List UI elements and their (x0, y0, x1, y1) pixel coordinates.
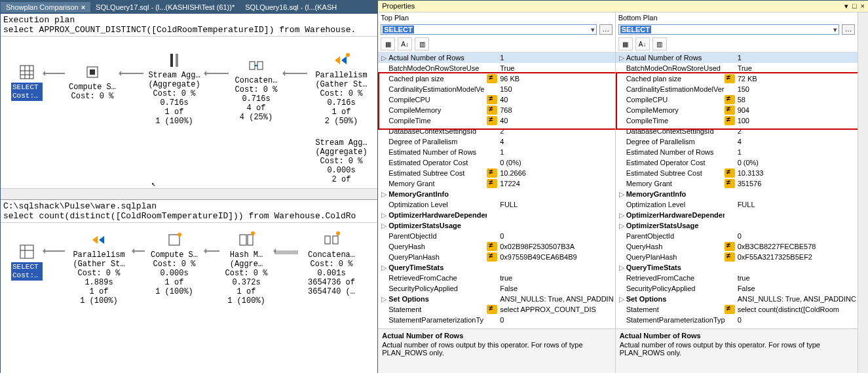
pin-icon[interactable]: □ (852, 2, 857, 10)
diff-icon (487, 95, 497, 104)
property-row[interactable]: CompileCPU40 (378, 94, 614, 105)
property-row[interactable]: CompileTime100 (616, 115, 858, 126)
property-row[interactable]: Memory Grant351576 (616, 178, 858, 189)
property-row[interactable]: ▷Actual Number of Rows1 (378, 52, 614, 63)
dropdown-icon[interactable]: ▾ (844, 2, 848, 10)
property-row[interactable]: ▷Set OptionsANSI_NULLS: True, ANSI_PADDI… (616, 294, 858, 304)
node-hash-match[interactable]: Hash M…(Aggre…Cost: 0 %0.372s1 of1 (100%… (220, 231, 273, 305)
property-row[interactable]: Statementselect APPROX_COUNT_DIS (378, 304, 614, 315)
property-row[interactable]: Estimated Number of Rows1 (378, 147, 614, 157)
property-row[interactable]: ▷QueryTimeStats (616, 262, 858, 273)
expand-icon[interactable]: ▷ (379, 264, 388, 272)
property-row[interactable]: CompileTime40 (378, 115, 614, 126)
property-row[interactable]: QueryHash0xB3CB8227FECBE578 (616, 241, 858, 252)
vertical-scrollbar[interactable] (858, 12, 868, 373)
property-row[interactable]: Cached plan size72 KB (616, 73, 858, 84)
close-icon[interactable]: × (81, 3, 85, 11)
property-row[interactable]: ParentObjectId0 (616, 231, 858, 241)
property-row[interactable]: ▷QueryTimeStats (378, 262, 614, 273)
property-row[interactable]: ▷Set OptionsANSI_NULLS: True, ANSI_PADDI… (378, 294, 614, 304)
node-stream-aggregate[interactable]: Stream Agg…(Aggregate)Cost: 0 %0.716s1 o… (145, 51, 204, 126)
node-select[interactable]: SELECTCost:… (11, 243, 43, 281)
property-row[interactable]: Optimization LevelFULL (378, 199, 614, 210)
property-value: 100 (738, 117, 856, 125)
property-row[interactable]: CompileMemory768 (378, 105, 614, 115)
property-row[interactable]: BatchModeOnRowStoreUseTrue (378, 63, 614, 73)
property-row[interactable]: ▷OptimizerHardwareDependent (378, 210, 614, 220)
property-row[interactable]: DatabaseContextSettingsId2 (378, 126, 614, 136)
top-plan-canvas[interactable]: SELECTCost:… Compute S…Cost: 0 % Stream … (1, 37, 377, 188)
property-row[interactable]: RetrievedFromCachetrue (378, 273, 614, 283)
properties-button[interactable]: ▥ (652, 37, 667, 50)
expand-icon[interactable]: ▷ (617, 222, 626, 230)
node-concatenation[interactable]: Concaten…Cost: 0 %0.716s4 of4 (25%) (230, 56, 282, 122)
property-row[interactable]: CompileCPU58 (616, 94, 858, 105)
expand-icon[interactable]: ▷ (379, 295, 388, 304)
ellipsis-button[interactable]: … (842, 24, 855, 35)
operator-select[interactable]: SELECT (618, 24, 839, 35)
node-parallelism[interactable]: Parallelism(Gather St…Cost: 0 %1.889s1 o… (66, 231, 132, 305)
property-row[interactable]: CompileMemory904 (616, 105, 858, 115)
bottom-plan-canvas[interactable]: SELECTCost:… Parallelism(Gather St…Cost:… (1, 223, 377, 374)
ellipsis-button[interactable]: … (599, 24, 613, 35)
property-row[interactable]: RetrievedFromCachetrue (616, 273, 858, 283)
property-row[interactable]: CardinalityEstimationModelVe150 (378, 84, 614, 94)
property-row[interactable]: Degree of Parallelism4 (378, 136, 614, 147)
property-row[interactable]: BatchModeOnRowStoreUsedTrue (616, 63, 858, 73)
horizontal-scrollbar[interactable] (1, 188, 377, 199)
property-row[interactable]: Cached plan size96 KB (378, 73, 614, 84)
node-compute-scalar[interactable]: Compute S…Cost: 0 % (66, 63, 119, 101)
property-row[interactable]: StatementParameterizationTy0 (378, 315, 614, 325)
expand-icon[interactable]: ▷ (617, 295, 626, 304)
tab-query17[interactable]: SQLQuery17.sql - (l...(KASHISH\Test (61)… (90, 2, 240, 12)
property-row[interactable]: Memory Grant17224 (378, 178, 614, 189)
alphabetical-button[interactable]: A↓ (398, 37, 412, 50)
categorized-button[interactable]: ▦ (618, 37, 633, 50)
property-row[interactable]: Degree of Parallelism4 (616, 136, 858, 147)
property-row[interactable]: Statementselect count(distinct([ColdRoom (616, 304, 858, 315)
categorized-button[interactable]: ▦ (381, 37, 395, 50)
property-row[interactable]: StatementParameterizationTyp0 (616, 315, 858, 325)
tab-showplan[interactable]: Showplan Comparison × (1, 2, 90, 12)
close-icon[interactable]: × (861, 2, 865, 10)
expand-icon[interactable]: ▷ (617, 54, 626, 62)
property-row[interactable]: QueryPlanHash0xF55A3217325B5EF2 (616, 252, 858, 262)
property-row[interactable]: ▷MemoryGrantInfo (616, 189, 858, 199)
property-row[interactable]: ▷Actual Number of Rows1 (616, 52, 858, 63)
property-row[interactable]: CardinalityEstimationModelVers150 (616, 84, 858, 94)
expand-icon[interactable]: ▷ (379, 190, 388, 199)
expand-icon[interactable]: ▷ (617, 264, 626, 272)
node-concatenation[interactable]: Concatena…Cost: 0 %0.001s3654736 of36547… (299, 231, 364, 296)
alphabetical-button[interactable]: A↓ (635, 37, 650, 50)
properties-grid[interactable]: ▷Actual Number of Rows1BatchModeOnRowSto… (378, 52, 614, 328)
property-row[interactable]: Estimated Operator Cost0 (0%) (616, 157, 858, 168)
node-parallelism[interactable]: Parallelism(Gather St…Cost: 0 %0.716s1 o… (309, 51, 374, 126)
property-row[interactable]: QueryHash0x02B98F2530507B3A (378, 241, 614, 252)
properties-grid[interactable]: ▷Actual Number of Rows1BatchModeOnRowSto… (616, 52, 858, 328)
property-row[interactable]: QueryPlanHash0x97559B49CEA6B4B9 (378, 252, 614, 262)
property-row[interactable]: Estimated Subtree Cost10.2666 (378, 168, 614, 178)
property-row[interactable]: Estimated Operator Cost0 (0%) (378, 157, 614, 168)
expand-icon[interactable]: ▷ (379, 211, 388, 220)
property-row[interactable]: ▷MemoryGrantInfo (378, 189, 614, 199)
node-compute-scalar[interactable]: Compute S…Cost: 0 %0.000s1 of1 (100%) (145, 231, 204, 296)
property-row[interactable]: Optimization LevelFULL (616, 199, 858, 210)
expand-icon[interactable]: ▷ (379, 54, 388, 62)
tab-query16[interactable]: SQLQuery16.sql - (l...(KASH (240, 2, 342, 12)
node-stream-aggregate-2[interactable]: Stream Agg…(Aggregate)Cost: 0 %0.000s2 o… (309, 138, 374, 184)
expand-icon[interactable]: ▷ (617, 190, 626, 199)
node-select[interactable]: SELECTCost:… (11, 63, 43, 101)
operator-select[interactable]: SELECT (381, 24, 596, 35)
property-row[interactable]: Estimated Number of Rows1 (616, 147, 858, 157)
property-row[interactable]: ▷OptimizerStatsUsage (616, 220, 858, 231)
property-row[interactable]: Estimated Subtree Cost10.3133 (616, 168, 858, 178)
property-row[interactable]: SecurityPolicyAppliedFalse (616, 283, 858, 294)
expand-icon[interactable]: ▷ (617, 211, 626, 220)
property-row[interactable]: DatabaseContextSettingsId2 (616, 126, 858, 136)
property-row[interactable]: ▷OptimizerHardwareDependent (616, 210, 858, 220)
properties-button[interactable]: ▥ (415, 37, 429, 50)
property-row[interactable]: SecurityPolicyAppliedFalse (378, 283, 614, 294)
expand-icon[interactable]: ▷ (379, 222, 388, 230)
property-row[interactable]: ParentObjectId0 (378, 231, 614, 241)
property-row[interactable]: ▷OptimizerStatsUsage (378, 220, 614, 231)
